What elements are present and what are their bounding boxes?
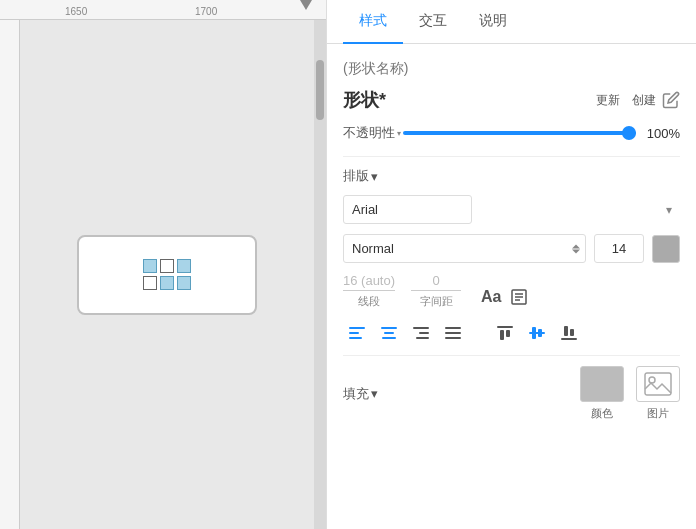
svg-rect-21 — [538, 329, 542, 337]
scroll-thumb[interactable] — [316, 60, 324, 120]
tab-interaction[interactable]: 交互 — [403, 0, 463, 44]
tab-style[interactable]: 样式 — [343, 0, 403, 44]
text-format-aa-icon[interactable]: Aa — [481, 288, 501, 306]
opacity-slider-container: 100% — [403, 126, 680, 141]
valign-middle-btn[interactable] — [523, 321, 551, 345]
svg-point-26 — [649, 377, 655, 383]
fill-label: 填充 ▾ — [343, 385, 378, 403]
scroll-bar[interactable] — [314, 20, 326, 529]
valign-bottom-btn[interactable] — [555, 321, 583, 345]
align-center-btn[interactable] — [375, 321, 403, 345]
align-right-btn[interactable] — [407, 321, 435, 345]
opacity-slider[interactable] — [403, 131, 636, 135]
grid-cell-3 — [177, 259, 191, 273]
ruler-top: 1650 1700 — [0, 0, 326, 20]
panel-body: 形状* 更新 创建 不透明性 ▾ 100% — [327, 44, 696, 529]
svg-rect-8 — [384, 332, 394, 334]
fill-section: 填充 ▾ 颜色 — [343, 366, 680, 421]
edit-icon[interactable] — [662, 91, 680, 109]
svg-rect-13 — [445, 327, 461, 329]
shape-element[interactable] — [77, 235, 257, 315]
grid-cell-4 — [143, 276, 157, 290]
metrics-and-icons: 16 (auto) 线段 0 字间距 Aa — [343, 273, 680, 321]
opacity-value: 100% — [644, 126, 680, 141]
ruler-mark-1650: 1650 — [65, 6, 87, 17]
svg-rect-11 — [419, 332, 429, 334]
letter-spacing-col: 0 字间距 — [411, 273, 461, 309]
update-create-area: 更新 创建 — [596, 91, 680, 109]
fill-color-label: 颜色 — [591, 406, 613, 421]
section-title: 形状* — [343, 88, 386, 112]
letter-spacing-label: 字间距 — [420, 294, 453, 309]
fill-label-row: 填充 ▾ 颜色 — [343, 366, 680, 421]
opacity-row: 不透明性 ▾ 100% — [343, 124, 680, 142]
tab-bar: 样式 交互 说明 — [327, 0, 696, 44]
style-spinners — [572, 244, 580, 253]
svg-rect-25 — [645, 373, 671, 395]
fill-color-option[interactable]: 颜色 — [580, 366, 624, 421]
line-height-value: 16 (auto) — [343, 273, 395, 291]
svg-rect-10 — [413, 327, 429, 329]
svg-rect-19 — [529, 332, 545, 334]
line-height-label: 线段 — [358, 294, 380, 309]
grid-cell-2 — [160, 259, 174, 273]
image-icon — [643, 371, 673, 397]
font-select[interactable]: Arial Helvetica Times New Roman — [343, 195, 472, 224]
svg-rect-18 — [506, 330, 510, 337]
svg-rect-15 — [445, 337, 461, 339]
divider-1 — [343, 156, 680, 157]
fill-image-option[interactable]: 图片 — [636, 366, 680, 421]
svg-rect-12 — [416, 337, 429, 339]
svg-rect-6 — [349, 337, 362, 339]
font-color-swatch[interactable] — [652, 235, 680, 263]
grid-cell-1 — [143, 259, 157, 273]
divider-2 — [343, 355, 680, 356]
canvas-area: 1650 1700 — [0, 0, 326, 529]
svg-rect-24 — [570, 329, 574, 336]
svg-rect-9 — [382, 337, 396, 339]
opacity-triangle: ▾ — [397, 129, 401, 138]
ruler-mark-1700: 1700 — [195, 6, 217, 17]
style-down-arrow[interactable] — [572, 249, 580, 253]
typography-label: 排版 ▾ — [343, 167, 680, 185]
font-select-wrapper: Arial Helvetica Times New Roman — [343, 195, 680, 224]
fill-triangle: ▾ — [371, 386, 378, 401]
ruler-left — [0, 20, 20, 529]
text-style-icon[interactable] — [510, 288, 528, 306]
right-panel: 样式 交互 说明 形状* 更新 创建 不透明性 ▾ — [326, 0, 696, 529]
font-style-wrapper: Normal Bold Italic Bold Italic — [343, 234, 586, 263]
tab-description[interactable]: 说明 — [463, 0, 523, 44]
valign-top-btn[interactable] — [491, 321, 519, 345]
align-justify-btn[interactable] — [439, 321, 467, 345]
metrics-row: 16 (auto) 线段 0 字间距 — [343, 273, 461, 309]
fill-image-label: 图片 — [647, 406, 669, 421]
font-size-input[interactable]: 14 — [594, 234, 644, 263]
svg-rect-22 — [561, 338, 577, 340]
opacity-label: 不透明性 ▾ — [343, 124, 403, 142]
grid-cell-5 — [160, 276, 174, 290]
grid-icon — [143, 259, 191, 290]
svg-rect-17 — [500, 330, 504, 340]
canvas-content — [20, 20, 314, 529]
svg-rect-23 — [564, 326, 568, 336]
letter-spacing-value: 0 — [411, 273, 461, 291]
create-label: 创建 — [632, 92, 656, 109]
ruler-arrow — [300, 0, 312, 10]
svg-rect-16 — [497, 326, 513, 328]
style-up-arrow[interactable] — [572, 244, 580, 248]
update-label: 更新 — [596, 92, 620, 109]
svg-rect-14 — [445, 332, 461, 334]
typography-triangle: ▾ — [371, 169, 378, 184]
svg-rect-7 — [381, 327, 397, 329]
svg-rect-4 — [349, 327, 365, 329]
svg-rect-20 — [532, 327, 536, 339]
font-style-select[interactable]: Normal Bold Italic Bold Italic — [343, 234, 586, 263]
fill-options: 颜色 图片 — [580, 366, 680, 421]
shape-name-input[interactable] — [343, 56, 680, 80]
fill-color-box[interactable] — [580, 366, 624, 402]
section-title-row: 形状* 更新 创建 — [343, 88, 680, 112]
align-left-btn[interactable] — [343, 321, 371, 345]
line-height-col: 16 (auto) 线段 — [343, 273, 395, 309]
fill-image-box[interactable] — [636, 366, 680, 402]
font-style-row: Normal Bold Italic Bold Italic 14 — [343, 234, 680, 263]
